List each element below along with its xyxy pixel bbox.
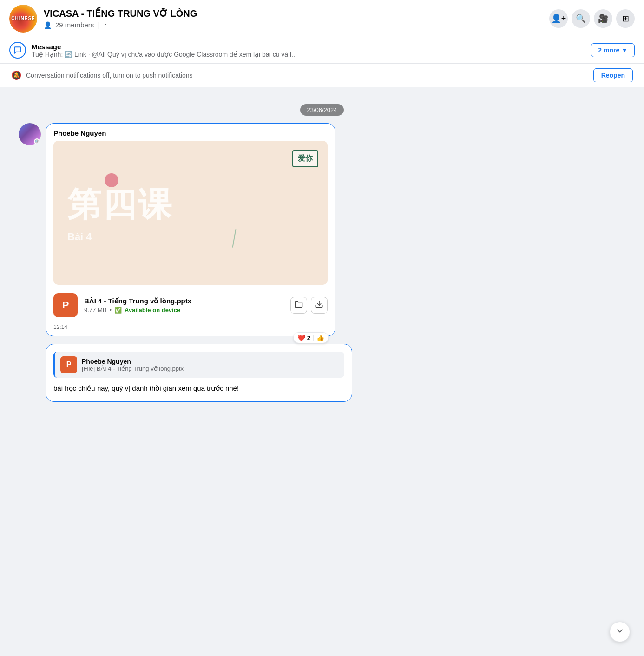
message-sender: Phoebe Nguyen [53,129,328,137]
add-people-icon: 👤+ [551,13,566,24]
slide-chinese-chars: 第四课 [67,183,173,227]
reply-quote: P Phoebe Nguyen [File] BÀI 4 - Tiếng Tru… [53,352,344,378]
reply-quote-info: Phoebe Nguyen [File] BÀI 4 - Tiếng Trung… [82,358,339,372]
search-small-icon: 🔍 [35,140,39,144]
search-button[interactable]: 🔍 [572,9,590,28]
file-attachment: P BÀI 4 - Tiếng Trung vỡ lòng.pptx 9.77 … [53,290,328,320]
slide-dot [105,173,118,187]
reaction-count: 2 [307,335,310,341]
date-badge: 23/06/2024 [19,104,625,116]
chat-header: CHINESE VICASA - TIẾNG TRUNG VỠ LÒNG 👤 2… [0,0,644,37]
reply-file-letter: P [66,361,72,369]
slide-subtitle: Bài 4 [67,231,92,243]
reply-file-icon: P [60,356,77,373]
reactions: ❤️ 2 👍 [293,332,329,343]
reaction-divider [313,335,314,341]
add-people-button[interactable]: 👤+ [549,9,568,28]
layout-button[interactable]: ⊞ [616,9,635,28]
date-text: 23/06/2024 [300,104,343,116]
tag-icon: 🏷 [103,21,111,29]
layout-icon: ⊞ [622,13,629,24]
like-reaction[interactable]: 👍 [316,334,324,341]
reply-bubble: P Phoebe Nguyen [File] BÀI 4 - Tiếng Tru… [46,344,352,402]
members-icon: 👤 [44,21,52,29]
pinned-preview: Tuệ Hạnh: 🔄 Link · @All Quý vị chưa vào … [32,51,380,58]
file-actions [290,297,328,314]
video-icon: 🎥 [598,13,608,24]
pinned-bar: Message Tuệ Hạnh: 🔄 Link · @All Quý vị c… [0,37,644,64]
header-actions: 👤+ 🔍 🎥 ⊞ [549,9,635,28]
file-icon-letter: P [62,299,69,311]
group-info: VICASA - TIẾNG TRUNG VỠ LÒNG 👤 29 member… [44,8,549,29]
reopen-button[interactable]: Reopen [593,68,633,82]
video-call-button[interactable]: 🎥 [594,9,612,28]
file-size: 9.77 MB [84,307,106,314]
slide-preview[interactable]: 第四课 Bài 4 爱你 [53,141,328,285]
dot-separator: • [109,307,112,314]
file-info: BÀI 4 - Tiếng Trung vỡ lòng.pptx 9.77 MB… [84,297,284,314]
file-name: BÀI 4 - Tiếng Trung vỡ lòng.pptx [84,297,284,305]
avatar[interactable]: 🔍 [19,123,41,145]
message-timestamp: 12:14 [53,324,328,330]
scroll-bottom-button[interactable] [610,622,630,642]
reply-quote-file: [File] BÀI 4 - Tiếng Trung vỡ lòng.pptx [82,365,339,372]
pinned-title: Message [32,43,585,51]
members-count: 29 members [55,21,94,29]
group-avatar[interactable]: CHINESE [9,5,37,33]
slide-deco-line [232,229,237,248]
file-icon: P [53,293,78,317]
notification-bell-icon: 🔕 [11,70,21,80]
more-button[interactable]: 2 more ▼ [591,43,635,57]
slide-badge: 爱你 [292,150,318,167]
reopen-label: Reopen [601,72,625,79]
download-button[interactable] [311,297,328,314]
reply-quote-sender: Phoebe Nguyen [82,358,339,365]
notification-text: Conversation notifications off, turn on … [26,72,589,79]
online-indicator: 🔍 [34,138,40,144]
chevron-down-icon [615,626,624,638]
message-bubble: Phoebe Nguyen 第四课 Bài 4 爱你 P BÀI 4 - Tiế… [46,123,335,336]
avatar-text: CHINESE [11,16,35,21]
pinned-content: Message Tuệ Hạnh: 🔄 Link · @All Quý vị c… [32,43,585,58]
pipe-divider: | [98,21,99,29]
more-label: 2 more ▼ [598,46,628,54]
heart-reaction[interactable]: ❤️ [297,334,305,341]
search-icon: 🔍 [576,13,586,24]
folder-button[interactable] [290,297,307,314]
chat-area: 23/06/2024 🔍 Phoebe Nguyen 第四课 Bài 4 爱你 [0,87,644,411]
notification-bar: 🔕 Conversation notifications off, turn o… [0,64,644,87]
message-icon [9,42,26,59]
group-name: VICASA - TIẾNG TRUNG VỠ LÒNG [44,8,549,19]
available-icon: ✅ [114,307,122,314]
reply-message-text: bài học chiều nay, quý vị dành thời gian… [53,383,344,394]
download-icon [315,300,323,310]
folder-icon [295,300,303,310]
available-text: Available on device [125,307,180,314]
message-row: 🔍 Phoebe Nguyen 第四课 Bài 4 爱你 P BÀI 4 - T [19,123,625,336]
group-meta: 👤 29 members | 🏷 [44,21,549,29]
file-meta: 9.77 MB • ✅ Available on device [84,307,284,314]
